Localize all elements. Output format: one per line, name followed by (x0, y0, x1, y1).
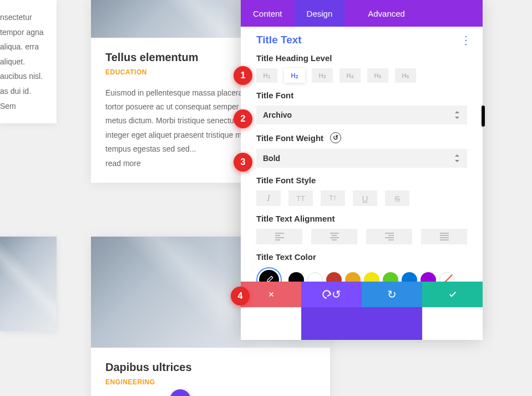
font-weight-select[interactable]: Bold (256, 149, 467, 168)
footer-under (241, 307, 483, 340)
tab-content[interactable]: Content (241, 0, 295, 27)
font-select-value: Archivo (263, 111, 292, 119)
font-select[interactable]: Archivo (256, 106, 467, 124)
kebab-menu-icon[interactable]: ⋮ (460, 33, 470, 47)
card-category[interactable]: ENGINEERING (105, 378, 316, 386)
heading-h2-button[interactable]: H2 (284, 68, 305, 83)
step-badge-1: 1 (234, 66, 252, 85)
align-center-icon (330, 233, 339, 240)
style-capitalize-button[interactable]: TT (321, 191, 345, 206)
style-strike-button[interactable]: S (385, 191, 409, 206)
partial-card-left: nsectetur tempor agna aliqua. erra aliqu… (0, 0, 57, 123)
editor-tabs: Content Design Advanced (241, 0, 483, 27)
font-group: Title Font Archivo (256, 91, 467, 124)
select-arrows-icon (455, 154, 460, 162)
font-weight-group: Title Font Weight ↺ Bold (256, 132, 467, 168)
scroll-indicator[interactable] (482, 106, 485, 127)
step-badge-2: 2 (234, 109, 252, 128)
redo-button[interactable]: ↻ (362, 282, 422, 307)
alignment-label: Title Text Alignment (256, 214, 467, 223)
footer-actions: ↺ ↻ (241, 282, 483, 307)
font-style-row: I TT TT U S (256, 191, 467, 206)
style-italic-button[interactable]: I (256, 191, 281, 206)
font-label: Title Font (256, 91, 467, 100)
align-justify-icon (440, 233, 449, 240)
select-arrows-icon (455, 111, 460, 119)
tab-design[interactable]: Design (295, 0, 345, 27)
section-title: Title Text (256, 34, 302, 46)
heading-h6-button[interactable]: H6 (395, 68, 416, 83)
alignment-row (256, 229, 467, 244)
partial-card-left-2 (0, 237, 57, 331)
card-title: Dapibus ultrices (105, 361, 316, 374)
alignment-group: Title Text Alignment (256, 214, 467, 244)
footer-under-left (241, 307, 301, 340)
font-style-label: Title Font Style (256, 176, 467, 185)
heading-level-row: H1 H2 H3 H4 H5 H6 (256, 68, 467, 83)
align-center-button[interactable] (311, 229, 357, 244)
section-header: Title Text ⋮ (241, 27, 483, 50)
tab-advanced[interactable]: Advanced (356, 0, 417, 27)
align-right-button[interactable] (366, 229, 412, 244)
color-label: Title Text Color (256, 252, 467, 262)
partial-card-text: nsectetur tempor agna aliqua. erra aliqu… (0, 10, 47, 113)
align-left-button[interactable] (256, 229, 302, 244)
check-icon (448, 290, 457, 299)
save-button[interactable] (422, 282, 483, 307)
font-weight-label: Title Font Weight ↺ (256, 132, 467, 143)
font-weight-value: Bold (263, 154, 280, 163)
close-icon (267, 290, 275, 298)
card-image (0, 237, 57, 331)
heading-level-label: Title Heading Level (256, 53, 467, 63)
footer-under-mid (301, 307, 422, 340)
redo-icon: ↻ (387, 288, 397, 301)
undo-button[interactable]: ↺ (301, 282, 362, 307)
heading-h4-button[interactable]: H4 (340, 68, 361, 83)
read-more-link[interactable]: read more (105, 159, 141, 168)
cancel-button[interactable] (241, 282, 301, 307)
heading-h5-button[interactable]: H5 (367, 68, 388, 83)
card-body: Dapibus ultrices ENGINEERING (91, 348, 330, 396)
heading-level-group: Title Heading Level H1 H2 H3 H4 H5 H6 (256, 53, 467, 83)
editor-panel: Content Design Advanced Title Text ⋮ Tit… (241, 0, 483, 340)
align-left-icon (275, 233, 284, 240)
font-style-group: Title Font Style I TT TT U S (256, 176, 467, 206)
align-justify-button[interactable] (421, 229, 467, 244)
undo-icon (322, 289, 332, 299)
font-weight-label-text: Title Font Weight (256, 133, 323, 143)
footer-under-right (422, 307, 483, 340)
heading-h1-button[interactable]: H1 (256, 68, 277, 83)
step-badge-3: 3 (234, 153, 252, 172)
reset-icon[interactable]: ↺ (330, 132, 341, 143)
style-underline-button[interactable]: U (353, 191, 377, 206)
heading-h3-button[interactable]: H3 (312, 68, 333, 83)
step-badge-4: 4 (231, 287, 250, 305)
style-uppercase-button[interactable]: TT (288, 191, 313, 206)
align-right-icon (385, 233, 394, 240)
